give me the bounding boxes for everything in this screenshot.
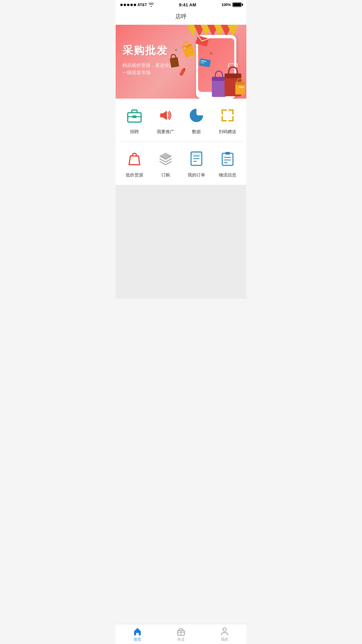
- status-left: AT&T: [120, 3, 154, 7]
- grid-item-promote[interactable]: 我要推广: [152, 105, 179, 135]
- layers-icon: [157, 150, 174, 167]
- clipboard-icon: [219, 150, 236, 167]
- grid-item-logistics[interactable]: 物流信息: [214, 149, 241, 178]
- svg-rect-15: [212, 77, 226, 81]
- grid-label-myorders: 我的订单: [188, 172, 205, 178]
- svg-text:SALE: SALE: [239, 86, 245, 89]
- status-right: 100%: [222, 2, 242, 7]
- document-icon-wrap: [186, 149, 206, 169]
- briefcase-icon-wrap: [124, 105, 144, 125]
- svg-rect-26: [132, 115, 136, 118]
- speaker-icon: [157, 107, 174, 124]
- hero-banner[interactable]: 采购批发 精品低价货源，直达全国 一级批发市场: [116, 25, 246, 99]
- grid-label-recruit: 招聘: [130, 129, 139, 135]
- briefcase-icon: [126, 107, 143, 124]
- svg-rect-22: [235, 82, 245, 85]
- time-display: 9:41 AM: [179, 2, 196, 7]
- grid-label-data: 数据: [192, 129, 201, 135]
- scan-icon: [219, 107, 236, 124]
- document-icon: [188, 150, 205, 167]
- layers-icon-wrap: [156, 149, 176, 169]
- grid-label-scan: 扫码赠送: [219, 129, 236, 135]
- svg-rect-33: [191, 152, 202, 155]
- banner-title: 采购批发: [122, 43, 174, 58]
- signal-dots: [120, 4, 136, 6]
- svg-rect-35: [225, 152, 230, 155]
- grid-item-data[interactable]: 数据: [183, 105, 210, 135]
- floating-items: [168, 32, 218, 85]
- svg-point-13: [175, 49, 177, 51]
- wifi-icon: [148, 3, 154, 7]
- battery-icon: [232, 2, 242, 7]
- grid-separator: [119, 142, 243, 142]
- nav-title: 店呼: [116, 9, 246, 25]
- grid-section: 招聘 我要推广 数据: [116, 99, 246, 185]
- grid-label-logistics: 物流信息: [219, 172, 236, 178]
- svg-point-28: [195, 114, 197, 116]
- svg-point-11: [191, 53, 194, 57]
- grid-item-myorders[interactable]: 我的订单: [183, 149, 210, 178]
- content-area: [116, 185, 246, 299]
- svg-point-12: [210, 52, 213, 55]
- piechart-icon: [188, 107, 205, 124]
- svg-rect-34: [222, 153, 233, 165]
- grid-label-promote: 我要推广: [157, 129, 174, 135]
- clipboard-icon-wrap: [218, 149, 238, 169]
- grid-label-order: 订购: [161, 172, 170, 178]
- speaker-icon-wrap: [156, 105, 176, 125]
- shoppingbag-icon-wrap: [124, 149, 144, 169]
- grid-row-1: 招聘 我要推广 数据: [119, 105, 243, 135]
- svg-rect-5: [170, 57, 179, 68]
- grid-item-order[interactable]: 订购: [152, 149, 179, 178]
- shoppingbag-icon: [126, 150, 143, 167]
- svg-rect-17: [225, 73, 241, 78]
- grid-label-lowprice: 低价货源: [126, 172, 143, 178]
- grid-row-2: 低价货源 订购: [119, 149, 243, 178]
- shopping-bags-right: SALE: [211, 62, 245, 99]
- banner-text: 采购批发 精品低价货源，直达全国 一级批发市场: [122, 43, 174, 76]
- grid-item-scan[interactable]: 扫码赠送: [214, 105, 241, 135]
- battery-percent: 100%: [222, 3, 231, 7]
- banner-subtitle: 精品低价货源，直达全国 一级批发市场: [122, 61, 174, 76]
- grid-item-recruit[interactable]: 招聘: [121, 105, 148, 135]
- status-bar: AT&T 9:41 AM 100%: [116, 0, 246, 9]
- piechart-icon-wrap: [186, 105, 206, 125]
- grid-item-lowprice[interactable]: 低价货源: [121, 149, 148, 178]
- scan-icon-wrap: [218, 105, 238, 125]
- carrier-label: AT&T: [137, 3, 147, 7]
